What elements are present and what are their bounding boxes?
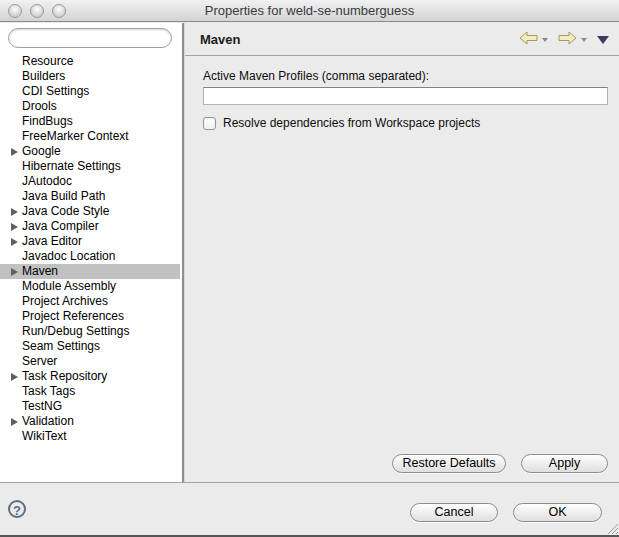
sidebar-item-java-compiler[interactable]: Java Compiler [0,219,180,234]
back-arrow-icon[interactable] [519,31,538,45]
active-profiles-input[interactable] [203,87,608,105]
sidebar-item-label: Module Assembly [22,279,116,293]
sidebar-item-label: Drools [22,99,57,113]
restore-defaults-button[interactable]: Restore Defaults [392,454,506,473]
sidebar-item-label: TestNG [22,399,62,413]
sidebar-item-label: Task Tags [22,384,75,398]
sidebar-item-google[interactable]: Google [0,144,180,159]
sidebar-item-drools[interactable]: Drools [0,99,180,114]
sidebar-item-maven[interactable]: Maven [0,264,180,279]
sidebar-item-java-editor[interactable]: Java Editor [0,234,180,249]
sidebar-item-server[interactable]: Server [0,354,180,369]
sidebar-item-label: Server [22,354,57,368]
resolve-dependencies-label: Resolve dependencies from Workspace proj… [223,116,480,130]
properties-dialog: Properties for weld-se-numberguess Resou… [0,0,619,537]
disclosure-triangle-icon[interactable] [11,208,18,216]
sidebar-item-label: Java Editor [22,234,82,248]
sidebar-item-javadoc-location[interactable]: Javadoc Location [0,249,180,264]
window-title: Properties for weld-se-numberguess [0,0,619,22]
title-bar[interactable]: Properties for weld-se-numberguess [0,0,619,22]
sidebar-item-run-debug-settings[interactable]: Run/Debug Settings [0,324,180,339]
sidebar-item-label: Resource [22,54,73,68]
properties-sidebar: Resource Builders CDI Settings Drools Fi… [0,23,182,482]
sidebar-item-label: Project Archives [22,294,108,308]
defaults-apply-row: Restore Defaults Apply [392,454,608,473]
sidebar-item-cdi-settings[interactable]: CDI Settings [0,84,180,99]
sidebar-item-project-references[interactable]: Project References [0,309,180,324]
help-button[interactable]: ? [8,500,26,518]
sidebar-item-seam-settings[interactable]: Seam Settings [0,339,180,354]
disclosure-triangle-icon[interactable] [11,373,18,381]
panel-header: Maven [185,23,619,56]
maven-settings-form: Active Maven Profiles (comma separated):… [185,56,619,130]
sidebar-item-label: Task Repository [22,369,107,383]
forward-arrow-icon[interactable] [558,31,577,45]
apply-button[interactable]: Apply [521,454,608,473]
sidebar-item-hibernate-settings[interactable]: Hibernate Settings [0,159,180,174]
cancel-button[interactable]: Cancel [410,503,498,522]
sidebar-item-label: Validation [22,414,74,428]
sidebar-item-label: JAutodoc [22,174,72,188]
sidebar-item-label: Java Compiler [22,219,99,233]
sidebar-item-java-build-path[interactable]: Java Build Path [0,189,180,204]
disclosure-triangle-icon[interactable] [11,418,18,426]
forward-history-dropdown-icon[interactable] [581,38,587,42]
sidebar-item-label: FindBugs [22,114,73,128]
active-profiles-label: Active Maven Profiles (comma separated): [203,69,608,83]
sidebar-item-builders[interactable]: Builders [0,69,180,84]
sidebar-item-label: Hibernate Settings [22,159,121,173]
sidebar-item-label: Project References [22,309,124,323]
sidebar-item-task-tags[interactable]: Task Tags [0,384,180,399]
back-history-dropdown-icon[interactable] [542,38,548,42]
sidebar-item-label: CDI Settings [22,84,89,98]
sidebar-item-label: Java Build Path [22,189,105,203]
footer-bar: ? Cancel OK [0,483,619,535]
sidebar-item-label: Google [22,144,61,158]
sidebar-item-label: WikiText [22,429,67,443]
sidebar-item-validation[interactable]: Validation [0,414,180,429]
disclosure-triangle-icon[interactable] [11,148,18,156]
filter-input[interactable] [8,28,172,48]
disclosure-triangle-icon[interactable] [11,223,18,231]
maven-properties-panel: Maven Active Maven Profiles (comma separ… [185,23,619,482]
sidebar-item-label: Maven [22,264,58,278]
sidebar-item-label: FreeMarker Context [22,129,129,143]
resolve-dependencies-checkbox[interactable] [203,117,216,130]
sidebar-item-java-code-style[interactable]: Java Code Style [0,204,180,219]
sidebar-item-freemarker-context[interactable]: FreeMarker Context [0,129,180,144]
sidebar-item-resource[interactable]: Resource [0,54,180,69]
ok-button[interactable]: OK [513,503,602,522]
page-navigation [519,31,611,45]
sidebar-item-label: Java Code Style [22,204,109,218]
property-list: Resource Builders CDI Settings Drools Fi… [0,54,180,444]
sidebar-item-jautodoc[interactable]: JAutodoc [0,174,180,189]
sidebar-item-label: Run/Debug Settings [22,324,129,338]
sidebar-item-wikitext[interactable]: WikiText [0,429,180,444]
disclosure-triangle-icon[interactable] [11,268,18,276]
sidebar-item-module-assembly[interactable]: Module Assembly [0,279,180,294]
sidebar-item-testng[interactable]: TestNG [0,399,180,414]
sidebar-item-label: Builders [22,69,65,83]
resize-grip[interactable] [605,521,618,534]
sidebar-item-findbugs[interactable]: FindBugs [0,114,180,129]
sidebar-item-project-archives[interactable]: Project Archives [0,294,180,309]
sidebar-item-label: Javadoc Location [22,249,115,263]
panel-title: Maven [185,32,240,47]
sidebar-item-task-repository[interactable]: Task Repository [0,369,180,384]
disclosure-triangle-icon[interactable] [11,238,18,246]
footer-buttons: Cancel OK [410,503,602,522]
sidebar-item-label: Seam Settings [22,339,100,353]
view-menu-icon[interactable] [597,36,609,44]
resolve-dependencies-row[interactable]: Resolve dependencies from Workspace proj… [203,116,608,130]
